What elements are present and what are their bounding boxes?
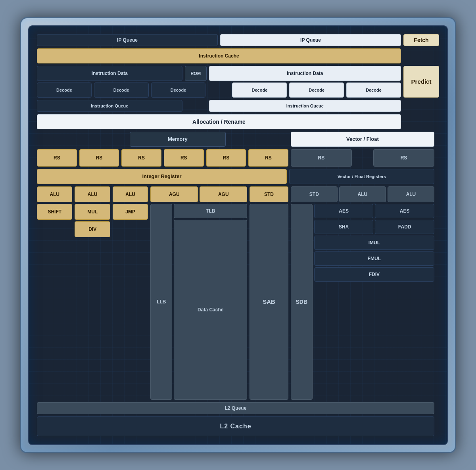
alu-1: ALU [37, 186, 72, 202]
inner-frame: IP Queue IP Queue Fetch Instruction Cach… [28, 25, 448, 445]
rs-vec-1: RS [291, 149, 352, 167]
rs-int-3: RS [121, 149, 161, 167]
rs-int-4: RS [164, 149, 204, 167]
row-allocation: Allocation / Rename [37, 114, 439, 129]
ip-queue-right: IP Queue [220, 34, 401, 46]
shift: SHIFT [37, 204, 72, 220]
row-instruction-cache: Instruction Cache [37, 48, 439, 63]
decode-left-2: Decode [94, 82, 149, 98]
vector-float-registers: Vector / Float Registers [289, 169, 434, 184]
l2-queue: L2 Queue [37, 402, 434, 414]
memory-block: Memory [130, 132, 226, 147]
instruction-data-right: Instruction Data [209, 66, 401, 81]
data-cache: Data Cache [174, 220, 247, 400]
fetch-block: Fetch [403, 34, 439, 46]
row-memory-vector: Memory Vector / Float [37, 132, 439, 147]
outer-frame: IP Queue IP Queue Fetch Instruction Cach… [20, 17, 456, 453]
tlb: TLB [174, 204, 247, 218]
decode-left-3: Decode [151, 82, 206, 98]
integer-register: Integer Register [37, 169, 287, 184]
jmp: JMP [113, 204, 148, 220]
row-execution: ALU SHIFT ALU MUL DIV ALU JMP [37, 186, 439, 400]
row-decode: Decode Decode Decode Decode Decode Decod… [37, 82, 439, 98]
div: DIV [75, 221, 110, 237]
std-vec: STD [291, 186, 338, 202]
rs-vec-2: RS [373, 149, 434, 167]
decode-left-1: Decode [37, 82, 92, 98]
rs-int-5: RS [206, 149, 246, 167]
row-instruction-queue: Instruction Queue Instruction Queue [37, 100, 439, 112]
row-l2-queue: L2 Queue [37, 402, 439, 414]
instruction-cache: Instruction Cache [37, 48, 401, 63]
rs-int-2: RS [79, 149, 119, 167]
instruction-queue-left: Instruction Queue [37, 100, 182, 112]
instruction-data-left: Instruction Data [37, 66, 182, 81]
predict-block: Predict [403, 66, 439, 98]
sab: SAB [250, 204, 288, 400]
rom: ROM [185, 66, 207, 81]
ip-queue-left: IP Queue [37, 34, 218, 46]
mul: MUL [75, 204, 110, 220]
agu-2: AGU [200, 186, 247, 202]
row-instruction-data: Instruction Data ROM Instruction Data Pr… [37, 66, 439, 81]
decode-right-2: Decode [289, 82, 344, 98]
sha: SHA [314, 220, 374, 234]
alu-3: ALU [113, 186, 148, 202]
row-registers: Integer Register Vector / Float Register… [37, 169, 439, 184]
llb: LLB [150, 204, 172, 400]
alu-vec-1: ALU [339, 186, 386, 202]
rs-int-1: RS [37, 149, 77, 167]
chip-layout: IP Queue IP Queue Fetch Instruction Cach… [37, 34, 439, 436]
sdb: SDB [291, 204, 313, 400]
row-rs: RS RS RS RS RS RS RS RS [37, 149, 439, 167]
aes-2: AES [375, 204, 434, 218]
alu-2: ALU [75, 186, 110, 202]
agu-1: AGU [150, 186, 198, 202]
l2-cache: L2 Cache [37, 416, 434, 436]
aes-1: AES [314, 204, 374, 218]
row-ip-queue: IP Queue IP Queue Fetch [37, 34, 439, 46]
fmul: FMUL [314, 251, 434, 266]
allocation-rename: Allocation / Rename [37, 114, 401, 129]
fadd: FADD [375, 220, 434, 234]
fdiv: FDIV [314, 267, 434, 282]
std-int: STD [250, 186, 288, 202]
alu-vec-2: ALU [388, 186, 434, 202]
instruction-queue-right: Instruction Queue [209, 100, 401, 112]
decode-right-1: Decode [232, 82, 287, 98]
row-l2-cache: L2 Cache [37, 416, 439, 436]
rs-int-6: RS [248, 149, 288, 167]
decode-right-3: Decode [346, 82, 401, 98]
vector-float-block: Vector / Float [291, 132, 434, 147]
imul: IMUL [314, 236, 434, 250]
